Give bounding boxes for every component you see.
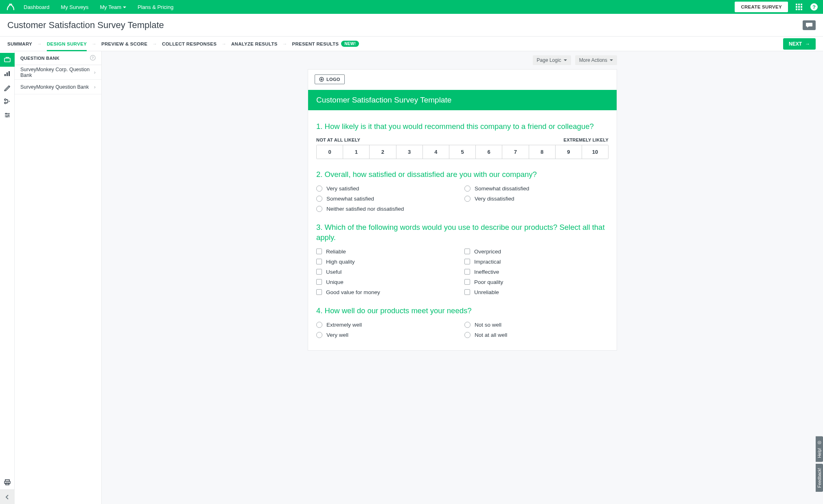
chevron-down-icon [123,4,126,10]
plus-circle-icon [319,77,324,82]
chevron-right-icon: › [94,70,96,75]
rail-logic[interactable] [0,94,15,108]
nps-option-7[interactable]: 7 [502,145,528,159]
help-tab[interactable]: Help! ◎ [816,436,823,462]
nps-option-8[interactable]: 8 [529,145,555,159]
rail-question-bank[interactable] [0,53,15,67]
q3-option-poor-quality[interactable]: Poor quality [464,279,608,285]
q2-option-somewhat-satisfied[interactable]: Somewhat satisfied [316,196,460,202]
question-2[interactable]: 2. Overall, how satisfied or dissatisfie… [316,170,608,212]
q3-option-reliable[interactable]: Reliable [316,249,460,255]
q2-option-very-satisfied[interactable]: Very satisfied [316,185,460,192]
rail-appearance[interactable] [0,81,15,94]
svg-text:?: ? [92,56,94,60]
nps-option-6[interactable]: 6 [475,145,502,159]
q4-option-not-at-all-well[interactable]: Not at all well [464,332,608,338]
help-icon[interactable]: ? [810,3,818,11]
nav-my-surveys[interactable]: My Surveys [61,4,89,10]
radio-icon [316,332,322,338]
nps-option-2[interactable]: 2 [369,145,396,159]
q3-option-good-value[interactable]: Good value for money [316,289,460,295]
nps-scale: 0 1 2 3 4 5 6 7 8 9 10 [316,145,608,159]
svg-rect-3 [796,6,797,8]
nps-option-9[interactable]: 9 [555,145,582,159]
svg-rect-12 [4,74,6,76]
radio-icon [316,196,322,202]
feedback-tab[interactable]: Feedback! [816,464,823,492]
step-design-survey[interactable]: DESIGN SURVEY [47,37,87,51]
svg-rect-8 [801,9,802,10]
q3-option-overpriced[interactable]: Overpriced [464,249,608,255]
step-analyze-results[interactable]: ANALYZE RESULTS [231,37,278,51]
title-bar: Customer Satisfaction Survey Template [0,14,823,37]
step-preview-score[interactable]: PREVIEW & SCORE [101,37,147,51]
step-collect-responses[interactable]: COLLECT RESPONSES [162,37,217,51]
q3-option-ineffective[interactable]: Ineffective [464,269,608,275]
more-actions-dropdown[interactable]: More Actions [575,55,617,65]
checkbox-icon [316,289,322,295]
nav-plans-pricing[interactable]: Plans & Pricing [138,4,173,10]
survey-title[interactable]: Customer Satisfaction Survey Template [308,90,617,110]
question-bank-sm[interactable]: SurveyMonkey Question Bank › [15,80,101,94]
nps-option-10[interactable]: 10 [582,145,608,159]
feedback-tab-label: Feedback! [817,468,822,488]
q3-option-useful[interactable]: Useful [316,269,460,275]
add-logo-button[interactable]: LOGO [315,74,345,84]
q4-option-extremely-well[interactable]: Extremely well [316,322,460,328]
help-hint-icon[interactable]: ? [90,55,96,61]
nps-option-4[interactable]: 4 [422,145,449,159]
question-4[interactable]: 4. How well do our products meet your ne… [316,306,608,338]
checkbox-icon [316,249,322,254]
checkbox-icon [464,289,470,295]
workflow-steps: SUMMARY → DESIGN SURVEY → PREVIEW & SCOR… [0,37,823,51]
rail-options[interactable] [0,108,15,122]
question-3[interactable]: 3. Which of the following words would yo… [316,223,608,295]
left-icon-rail [0,51,15,504]
nav-dashboard[interactable]: Dashboard [24,4,50,10]
apps-grid-icon[interactable] [795,3,803,11]
nav-my-team[interactable]: My Team [100,4,127,10]
svg-point-19 [6,116,7,117]
nps-option-3[interactable]: 3 [396,145,422,159]
question-bank-corp[interactable]: SurveyMonkey Corp. Question Bank › [15,65,101,80]
question-2-options: Very satisfied Somewhat satisfied Neithe… [316,185,608,212]
nps-left-anchor: NOT AT ALL LIKELY [316,137,360,142]
svg-point-16 [4,102,6,104]
q4-option-not-so-well[interactable]: Not so well [464,322,608,328]
page-logic-dropdown[interactable]: Page Logic [533,55,571,65]
chevron-right-icon: → [221,41,226,46]
q3-option-impractical[interactable]: Impractical [464,259,608,265]
side-tabs: Help! ◎ Feedback! [816,436,823,492]
nps-option-1[interactable]: 1 [343,145,369,159]
brand-logo[interactable] [5,3,16,11]
q3-option-unique[interactable]: Unique [316,279,460,285]
main-content: QUESTION BANK ? SurveyMonkey Corp. Quest… [0,51,823,504]
rail-print[interactable] [0,476,15,489]
comments-button[interactable] [803,20,816,30]
question-1[interactable]: 1. How likely is it that you would recom… [316,122,608,159]
svg-point-15 [4,99,6,100]
create-survey-button[interactable]: CREATE SURVEY [735,2,788,12]
survey-canvas[interactable]: Page Logic More Actions LOGO Customer Sa… [102,51,823,504]
q2-option-very-dissatisfied[interactable]: Very dissatisfied [464,196,608,202]
more-actions-label: More Actions [579,57,607,63]
collapse-sidebar-button[interactable] [0,489,15,504]
q3-option-unreliable[interactable]: Unreliable [464,289,608,295]
question-bank-corp-label: SurveyMonkey Corp. Question Bank [20,67,94,78]
nps-option-0[interactable]: 0 [317,145,343,159]
q3-option-high-quality[interactable]: High quality [316,259,460,265]
top-nav-bar: Dashboard My Surveys My Team Plans & Pri… [0,0,823,14]
nps-right-anchor: EXTREMELY LIKELY [564,137,608,142]
question-bank-heading: QUESTION BANK ? [15,51,101,65]
nps-option-5[interactable]: 5 [449,145,475,159]
q2-option-neither[interactable]: Neither satisfied nor dissatisfied [316,206,460,212]
svg-rect-13 [7,72,8,76]
step-present-results[interactable]: PRESENT RESULTS NEW! [292,37,359,51]
q4-option-very-well[interactable]: Very well [316,332,460,338]
next-button[interactable]: NEXT → [783,38,816,50]
step-summary[interactable]: SUMMARY [7,37,32,51]
question-2-title: 2. Overall, how satisfied or dissatisfie… [316,170,608,180]
rail-builder[interactable] [0,67,15,81]
q2-option-somewhat-dissatisfied[interactable]: Somewhat dissatisfied [464,185,608,192]
checkbox-icon [316,259,322,264]
